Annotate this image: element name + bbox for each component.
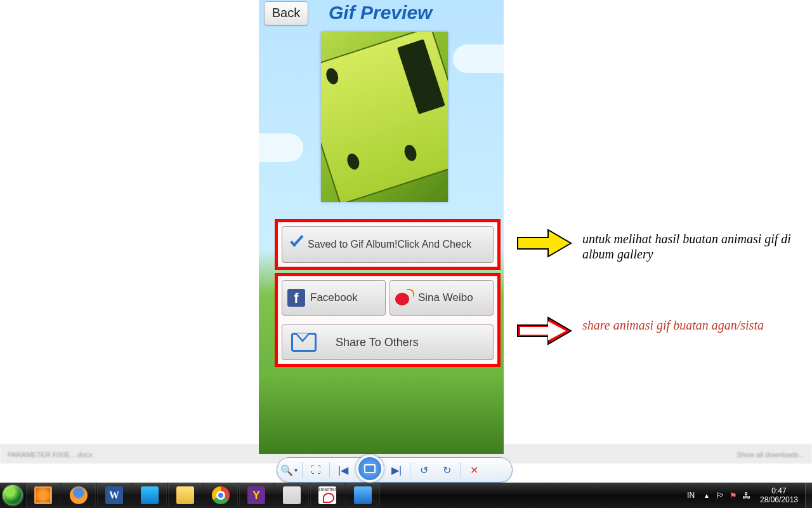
svg-rect-4 (365, 465, 374, 472)
windows-orb-icon (3, 485, 23, 505)
share-others-button[interactable]: Share To Others (282, 324, 494, 360)
zoom-icon: 🔍 (280, 464, 293, 476)
capacitor-icon (403, 144, 419, 163)
language-indicator[interactable]: IN (682, 491, 700, 500)
taskbar-clock[interactable]: 0:47 28/06/2013 (753, 486, 805, 504)
annotation-b: share animasi gif buatan agan/sista (582, 318, 764, 333)
delete-button[interactable]: ✕ (464, 461, 484, 479)
next-button[interactable]: ▶| (386, 461, 407, 479)
wmp-icon (34, 486, 52, 504)
arrow-red-icon (516, 316, 573, 345)
highlight-box-saved: Saved to Gif Album!Click And Check (275, 219, 501, 270)
tray-flag-icon[interactable]: 🏳 (714, 491, 727, 500)
rotate-ccw-button[interactable]: ↺ (414, 461, 434, 479)
start-button[interactable] (0, 483, 25, 508)
explorer-icon (176, 486, 194, 504)
show-desktop-button[interactable] (805, 483, 812, 508)
word-icon: W (105, 486, 123, 504)
phone-screenshot: Back Gif Preview Saved to Gif Album!Clic… (259, 0, 504, 454)
saved-label: Saved to Gif Album!Click And Check (308, 239, 471, 250)
back-button[interactable]: Back (264, 1, 308, 25)
taskbar-app-smartfren[interactable]: smartfren (310, 483, 344, 507)
rotate-ccw-icon: ↺ (420, 464, 428, 476)
check-icon (287, 236, 304, 253)
windows-taskbar: W Y smartfren IN ▲ 🏳 ⚑ 🖧 0:47 28/06/2013 (0, 483, 812, 508)
chrome-icon (212, 486, 230, 504)
system-tray: IN ▲ 🏳 ⚑ 🖧 0:47 28/06/2013 (682, 483, 812, 508)
rotate-cw-icon: ↻ (443, 464, 451, 476)
picture-viewer-toolbar: 🔍▾ ⛶ |◀ ▶| ↺ ↻ ✕ (277, 457, 513, 483)
arrow-yellow-icon (516, 229, 573, 258)
paint-icon (283, 486, 301, 504)
fit-icon: ⛶ (311, 464, 321, 476)
firefox-icon (70, 486, 88, 504)
chip-icon (397, 39, 445, 114)
taskbar-app-ymessenger[interactable]: Y (239, 483, 273, 507)
facebook-label: Facebook (310, 291, 358, 304)
tray-network-icon[interactable]: 🖧 (740, 491, 753, 500)
download-item[interactable]: PARAMETER FIXIE....docx (8, 451, 93, 458)
decor-cloud (453, 44, 504, 73)
slideshow-icon (363, 464, 376, 474)
next-icon: ▶| (391, 464, 402, 476)
zoom-button[interactable]: 🔍▾ (278, 461, 299, 479)
share-weibo-button[interactable]: Sina Weibo (390, 280, 494, 316)
taskbar-app-wmplayer[interactable] (26, 483, 60, 507)
prev-icon: |◀ (338, 464, 348, 476)
facebook-icon: f (287, 289, 305, 307)
share-facebook-button[interactable]: f Facebook (282, 280, 386, 316)
divider (329, 462, 330, 478)
show-all-downloads[interactable]: Show all downloads... (737, 451, 804, 458)
clock-time: 0:47 (754, 486, 804, 495)
clock-date: 28/06/2013 (754, 495, 804, 504)
taskbar-app-photoviewer[interactable] (346, 483, 380, 507)
gif-preview-image[interactable] (321, 32, 448, 202)
annotation-a-text: untuk melihat hasil buatan animasi gif d… (582, 232, 791, 261)
annotation-a: untuk melihat hasil buatan animasi gif d… (582, 231, 812, 262)
divider (460, 462, 461, 478)
tray-overflow-button[interactable]: ▲ (700, 492, 714, 499)
taskbar-app-word[interactable]: W (97, 483, 131, 507)
ymessenger-icon: Y (247, 486, 265, 504)
canvas: PARAMETER FIXIE....docx Show all downloa… (0, 0, 812, 508)
weibo-label: Sina Weibo (418, 291, 473, 304)
divider (302, 462, 303, 478)
decor-cloud (259, 133, 303, 162)
annotation-b-text: share animasi gif buatan agan/sista (582, 318, 764, 332)
taskbar-app-firefox[interactable] (62, 483, 96, 507)
share-others-label: Share To Others (336, 336, 419, 349)
rotate-cw-button[interactable]: ↻ (436, 461, 457, 479)
highlight-box-share: f Facebook Sina Weibo Share To Others (275, 273, 501, 367)
photoviewer-icon (354, 486, 372, 504)
prev-button[interactable]: |◀ (333, 461, 353, 479)
smartfren-icon: smartfren (318, 486, 336, 504)
saved-to-album-button[interactable]: Saved to Gif Album!Click And Check (282, 226, 494, 263)
capacitor-icon (324, 67, 340, 86)
share-row: f Facebook Sina Weibo (282, 280, 494, 316)
slideshow-button[interactable] (356, 455, 384, 483)
tray-action-center-icon[interactable]: ⚑ (727, 491, 740, 500)
divider (410, 462, 410, 478)
pcb-illustration (321, 32, 448, 202)
page-title: Gif Preview (329, 0, 432, 25)
fit-button[interactable]: ⛶ (306, 461, 326, 479)
taskbar-app-chrome[interactable] (204, 483, 238, 507)
svg-marker-0 (518, 230, 571, 257)
mail-icon (291, 333, 317, 352)
taskbar-app-paint[interactable] (275, 483, 309, 507)
pictures-icon (141, 486, 159, 504)
app-header: Back Gif Preview (259, 0, 504, 29)
capacitor-icon (345, 152, 361, 171)
decor-grass (259, 371, 504, 454)
weibo-icon (395, 289, 414, 307)
taskbar-app-pictures[interactable] (133, 483, 167, 507)
close-icon: ✕ (470, 464, 478, 476)
taskbar-app-explorer[interactable] (168, 483, 202, 507)
